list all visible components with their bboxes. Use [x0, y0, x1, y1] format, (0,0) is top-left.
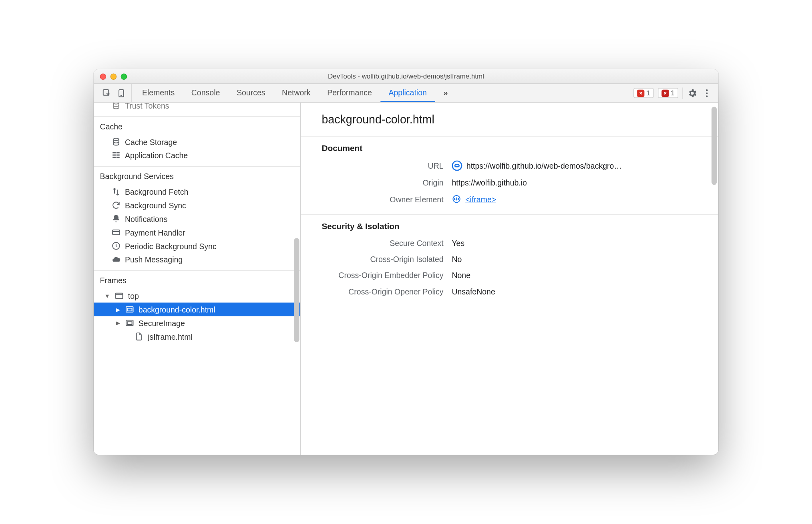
updown-icon [111, 187, 121, 196]
row-value: UnsafeNone [452, 287, 495, 296]
database-icon [111, 137, 121, 146]
section-heading-cache: Cache [94, 116, 300, 134]
frame-label: background-color.html [139, 305, 215, 314]
svg-point-5 [706, 89, 707, 91]
row-value: No [452, 255, 462, 264]
database-icon [111, 103, 121, 110]
frame-icon [125, 305, 134, 314]
tab-elements[interactable]: Elements [134, 84, 183, 102]
sidebar-item-periodic-background-sync[interactable]: Periodic Background Sync [94, 239, 300, 253]
row-secure-context: Secure Context Yes [322, 239, 697, 248]
issue-count: 1 [671, 89, 674, 97]
sidebar-item-label: Notifications [125, 214, 167, 223]
row-value: None [452, 271, 470, 280]
sync-icon [111, 201, 121, 210]
issue-badge[interactable]: 1 [658, 88, 678, 98]
sidebar-item-notifications[interactable]: Notifications [94, 212, 300, 226]
chevron-right-icon: ▶ [115, 306, 121, 313]
sidebar-item-cache-storage[interactable]: Cache Storage [94, 135, 300, 149]
frame-details-panel: background-color.html Document URL https… [301, 103, 718, 455]
svg-point-8 [113, 103, 119, 104]
section-heading-frames: Frames [94, 270, 300, 288]
window-icon [115, 291, 124, 300]
devtools-window: DevTools - wolfib.github.io/web-demos/js… [94, 69, 718, 455]
svg-rect-16 [113, 230, 120, 235]
more-options-icon[interactable] [701, 88, 712, 98]
chevron-right-icon: ▶ [115, 320, 121, 326]
minimize-window-button[interactable] [111, 73, 117, 80]
row-origin: Origin https://wolfib.github.io [322, 178, 697, 187]
svg-point-9 [113, 138, 119, 141]
tab-overflow[interactable]: » [435, 84, 456, 102]
issue-icon [661, 89, 669, 97]
sidebar-item-background-fetch[interactable]: Background Fetch [94, 185, 300, 199]
svg-rect-13 [117, 155, 120, 156]
svg-point-7 [706, 95, 707, 97]
divider [682, 87, 683, 99]
row-value: Yes [452, 239, 464, 248]
frame-label: SecureImage [139, 318, 185, 327]
row-key: Owner Element [322, 195, 452, 204]
frame-label: top [128, 291, 139, 300]
grid-icon [111, 151, 121, 160]
window-title: DevTools - wolfib.github.io/web-demos/js… [94, 73, 718, 81]
sidebar-item-payment-handler[interactable]: Payment Handler [94, 226, 300, 239]
main-toolbar: Elements Console Sources Network Perform… [94, 84, 718, 103]
section-heading: Security & Isolation [322, 222, 697, 231]
svg-point-6 [706, 92, 707, 94]
tab-application[interactable]: Application [380, 84, 435, 102]
zoom-window-button[interactable] [121, 73, 127, 80]
row-cross-origin-isolated: Cross-Origin Isolated No [322, 255, 697, 264]
error-icon [637, 89, 644, 97]
sidebar-item-label: Trust Tokens [125, 103, 169, 110]
row-url: URL https://wolfib.github.io/web-demos/b… [322, 161, 697, 171]
inspect-element-icon[interactable] [102, 88, 111, 97]
reveal-icon[interactable] [452, 161, 462, 171]
frame-label: jsIframe.html [148, 332, 193, 341]
svg-rect-19 [116, 293, 123, 299]
svg-rect-14 [113, 157, 116, 158]
svg-rect-24 [127, 322, 132, 324]
owner-element-link[interactable]: <iframe> [465, 195, 496, 204]
tab-console[interactable]: Console [183, 84, 228, 102]
close-window-button[interactable] [100, 73, 107, 80]
row-coep: Cross-Origin Embedder Policy None [322, 271, 697, 280]
sidebar-item-label: Periodic Background Sync [125, 242, 217, 250]
section-heading: Document [322, 144, 697, 153]
tab-performance[interactable]: Performance [319, 84, 380, 102]
settings-icon[interactable] [687, 88, 697, 98]
titlebar: DevTools - wolfib.github.io/web-demos/js… [94, 69, 718, 84]
clock-icon [111, 241, 121, 250]
sidebar-item-label: Push Messaging [125, 255, 183, 264]
bell-icon [111, 214, 121, 223]
tab-sources[interactable]: Sources [228, 84, 273, 102]
code-icon [452, 194, 461, 204]
sidebar-item-push-messaging[interactable]: Push Messaging [94, 253, 300, 266]
sidebar-item-background-sync[interactable]: Background Sync [94, 198, 300, 212]
device-toggle-icon[interactable] [117, 88, 126, 97]
panel-tabs: Elements Console Sources Network Perform… [134, 84, 456, 102]
row-key: Origin [322, 178, 452, 187]
tab-network[interactable]: Network [273, 84, 319, 102]
chevron-down-icon: ▼ [104, 293, 111, 299]
sidebar-item-application-cache[interactable]: Application Cache [94, 149, 300, 162]
svg-rect-12 [113, 155, 116, 156]
section-heading-background-services: Background Services [94, 166, 300, 184]
svg-rect-11 [117, 152, 120, 153]
frame-top[interactable]: ▼ top [94, 289, 300, 303]
frame-secureimage[interactable]: ▶ SecureImage [94, 316, 300, 330]
sidebar-item-label: Application Cache [125, 151, 188, 159]
error-count: 1 [646, 89, 650, 97]
sidebar-item-trust-tokens[interactable]: Trust Tokens [94, 103, 300, 112]
row-key: Cross-Origin Opener Policy [322, 287, 452, 296]
sidebar-scrollbar[interactable] [294, 238, 299, 342]
card-icon [111, 228, 121, 237]
frame-file-jsiframe[interactable]: jsIframe.html [94, 330, 300, 343]
error-badge[interactable]: 1 [633, 88, 653, 98]
main-scrollbar[interactable] [712, 107, 717, 185]
svg-rect-22 [127, 308, 132, 311]
frame-background-color[interactable]: ▶ background-color.html [94, 302, 300, 316]
file-icon [134, 332, 143, 341]
page-title: background-color.html [301, 103, 718, 137]
cloud-icon [111, 255, 121, 264]
